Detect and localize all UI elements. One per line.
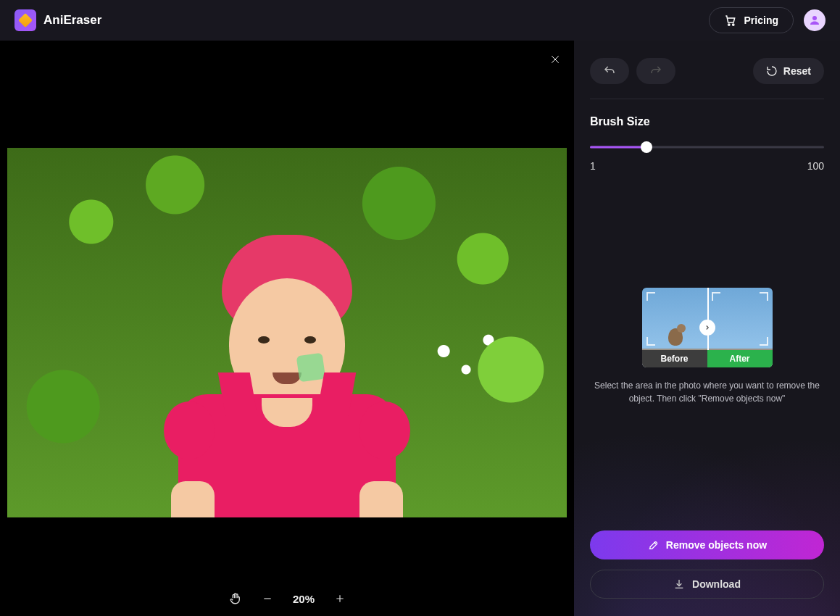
- cart-icon: [724, 14, 737, 27]
- pricing-label: Pricing: [744, 14, 778, 26]
- redo-button[interactable]: [636, 58, 675, 84]
- pricing-button[interactable]: Pricing: [709, 7, 794, 33]
- header-actions: Pricing: [709, 7, 826, 33]
- remove-objects-button[interactable]: Remove objects now: [590, 530, 824, 559]
- history-row: Reset: [590, 58, 824, 84]
- svg-point-0: [728, 24, 729, 25]
- brush-size-slider[interactable]: [590, 141, 824, 153]
- brand-name: AniEraser: [43, 13, 101, 28]
- slider-thumb[interactable]: [641, 141, 652, 153]
- after-label: After: [707, 350, 773, 367]
- main: 20% Reset Brush Size: [0, 41, 840, 616]
- brush-icon: [647, 539, 659, 551]
- logo-icon: [14, 9, 36, 31]
- zoom-out-button[interactable]: [262, 594, 273, 604]
- redo-icon: [649, 64, 662, 78]
- compare-handle-icon: [699, 320, 715, 336]
- undo-button[interactable]: [590, 58, 629, 84]
- pan-tool-icon[interactable]: [229, 592, 242, 605]
- brand: AniEraser: [14, 9, 101, 31]
- zoom-bar: 20%: [0, 581, 574, 616]
- before-label: Before: [642, 350, 707, 367]
- download-label: Download: [692, 578, 741, 590]
- user-icon: [808, 14, 821, 27]
- canvas-pane: 20%: [0, 41, 574, 616]
- side-panel: Reset Brush Size 1 100: [574, 41, 840, 616]
- close-icon[interactable]: [549, 54, 561, 68]
- demo-bird-icon: [662, 324, 689, 350]
- reset-button[interactable]: Reset: [753, 58, 824, 84]
- undo-icon: [603, 64, 616, 78]
- reset-icon: [766, 65, 778, 77]
- reset-label: Reset: [783, 65, 811, 77]
- avatar[interactable]: [804, 9, 826, 31]
- slider-min: 1: [590, 160, 596, 172]
- bottom-actions: Remove objects now Download: [590, 530, 824, 599]
- zoom-in-button[interactable]: [335, 594, 345, 604]
- brush-title: Brush Size: [590, 115, 824, 128]
- svg-point-2: [812, 16, 817, 20]
- download-icon: [673, 578, 685, 590]
- remove-label: Remove objects now: [666, 539, 767, 551]
- photo-subject: [157, 228, 417, 517]
- demo-area: Before After Select the area in the phot…: [590, 288, 824, 405]
- slider-range-labels: 1 100: [590, 160, 824, 172]
- slider-max: 100: [807, 160, 824, 172]
- demo-image: Before After: [642, 288, 773, 367]
- photo[interactable]: [7, 148, 567, 517]
- download-button[interactable]: Download: [590, 570, 824, 599]
- brush-selection: [296, 353, 326, 383]
- instruction-text: Select the area in the photo where you w…: [590, 379, 824, 405]
- divider: [590, 99, 824, 99]
- zoom-level: 20%: [293, 593, 315, 605]
- svg-point-1: [732, 24, 733, 25]
- app-header: AniEraser Pricing: [0, 0, 840, 41]
- canvas-area[interactable]: [0, 41, 574, 581]
